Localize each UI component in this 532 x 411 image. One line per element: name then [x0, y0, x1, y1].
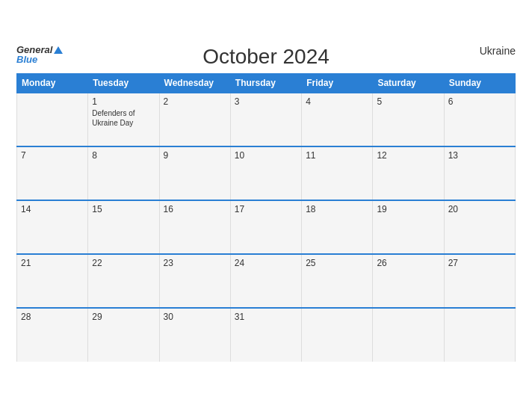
table-row: 29 — [88, 308, 159, 362]
week-row: 28293031 — [17, 308, 516, 362]
country-label: Ukraine — [480, 45, 516, 57]
week-row: 1Defenders of Ukraine Day23456 — [17, 93, 516, 146]
day-number: 22 — [92, 258, 155, 268]
day-number: 21 — [21, 258, 84, 268]
day-number: 20 — [448, 204, 511, 214]
logo: General Blue — [16, 45, 63, 64]
table-row: 11 — [302, 146, 373, 200]
table-row: 30 — [159, 308, 230, 362]
table-row: 5 — [373, 93, 444, 146]
table-row: 16 — [159, 200, 230, 254]
table-row: 27 — [444, 254, 515, 308]
day-number: 31 — [235, 312, 297, 322]
table-row: 1Defenders of Ukraine Day — [88, 93, 159, 146]
table-row: 7 — [17, 146, 88, 200]
day-number: 10 — [235, 150, 297, 161]
table-row: 17 — [230, 200, 301, 254]
logo-triangle-icon — [54, 46, 63, 54]
day-number: 23 — [164, 258, 226, 268]
day-number: 26 — [377, 258, 439, 268]
col-sunday: Sunday — [444, 74, 515, 93]
day-number: 17 — [235, 204, 297, 214]
table-row: 28 — [17, 308, 88, 362]
table-row: 24 — [230, 254, 301, 308]
day-number: 14 — [21, 204, 84, 214]
table-row: 3 — [230, 93, 301, 146]
table-row — [444, 308, 515, 362]
table-row: 15 — [88, 200, 159, 254]
day-number: 24 — [235, 258, 297, 268]
day-number: 12 — [377, 150, 439, 161]
calendar-title: October 2024 — [202, 45, 330, 69]
col-saturday: Saturday — [373, 74, 444, 93]
table-row: 21 — [17, 254, 88, 308]
table-row: 31 — [230, 308, 301, 362]
table-row — [373, 308, 444, 362]
col-monday: Monday — [17, 74, 88, 93]
day-number: 4 — [306, 96, 368, 107]
day-number: 29 — [92, 312, 155, 322]
table-row: 13 — [444, 146, 515, 200]
day-number: 3 — [235, 96, 297, 107]
day-number: 2 — [164, 96, 226, 107]
day-number: 11 — [306, 150, 368, 161]
day-number: 7 — [21, 150, 84, 161]
day-number: 6 — [448, 96, 511, 107]
day-number: 8 — [92, 150, 155, 161]
col-tuesday: Tuesday — [88, 74, 159, 93]
logo-blue-text: Blue — [16, 55, 63, 64]
table-row: 20 — [444, 200, 515, 254]
table-row: 18 — [302, 200, 373, 254]
holiday-label: Defenders of Ukraine Day — [92, 108, 155, 128]
day-number: 28 — [21, 312, 84, 322]
col-thursday: Thursday — [230, 74, 301, 93]
table-row — [17, 93, 88, 146]
day-number: 5 — [377, 96, 439, 107]
day-number: 30 — [164, 312, 226, 322]
week-row: 14151617181920 — [17, 200, 516, 254]
day-number: 1 — [92, 96, 155, 107]
calendar-wrapper: General Blue October 2024 Ukraine Monday… — [4, 37, 528, 374]
table-row: 23 — [159, 254, 230, 308]
table-row: 2 — [159, 93, 230, 146]
table-row — [302, 308, 373, 362]
calendar-header: General Blue October 2024 Ukraine — [16, 45, 516, 69]
table-row: 14 — [17, 200, 88, 254]
week-row: 21222324252627 — [17, 254, 516, 308]
table-row: 10 — [230, 146, 301, 200]
table-row: 6 — [444, 93, 515, 146]
week-row: 78910111213 — [17, 146, 516, 200]
calendar-table: Monday Tuesday Wednesday Thursday Friday… — [16, 73, 516, 362]
day-number: 16 — [164, 204, 226, 214]
table-row: 22 — [88, 254, 159, 308]
day-number: 25 — [306, 258, 368, 268]
table-row: 12 — [373, 146, 444, 200]
day-number: 27 — [448, 258, 511, 268]
days-header-row: Monday Tuesday Wednesday Thursday Friday… — [17, 74, 516, 93]
table-row: 8 — [88, 146, 159, 200]
table-row: 4 — [302, 93, 373, 146]
table-row: 25 — [302, 254, 373, 308]
day-number: 9 — [164, 150, 226, 161]
table-row: 26 — [373, 254, 444, 308]
col-wednesday: Wednesday — [159, 74, 230, 93]
table-row: 9 — [159, 146, 230, 200]
day-number: 19 — [377, 204, 439, 214]
table-row: 19 — [373, 200, 444, 254]
day-number: 18 — [306, 204, 368, 214]
day-number: 15 — [92, 204, 155, 214]
day-number: 13 — [448, 150, 511, 161]
col-friday: Friday — [302, 74, 373, 93]
